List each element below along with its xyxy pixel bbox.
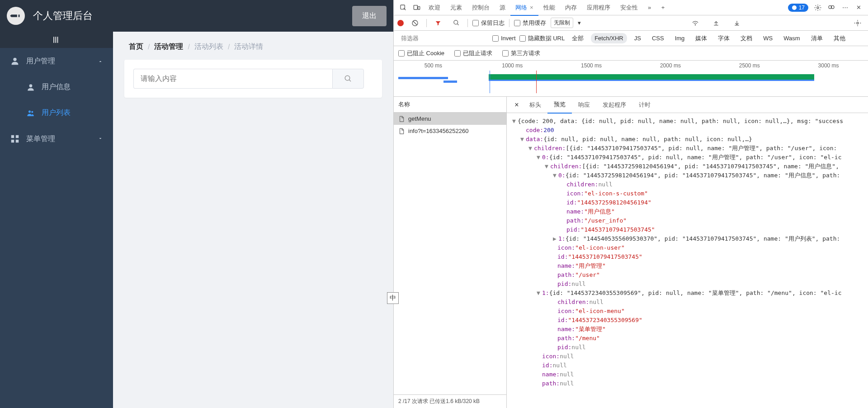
filter-manifest[interactable]: 清单 (807, 33, 826, 44)
issues-badge[interactable]: 17 (788, 4, 808, 12)
device-icon[interactable] (410, 1, 424, 14)
tab-security[interactable]: 安全性 (615, 0, 643, 15)
app-logo (3, 3, 29, 29)
request-item-info[interactable]: info?t=1633456252260 (394, 125, 506, 137)
invert-checkbox[interactable]: Invert (492, 35, 516, 42)
tab-application[interactable]: 应用程序 (582, 0, 615, 15)
tab-console[interactable]: 控制台 (467, 0, 495, 15)
network-timeline[interactable]: 500 ms 1000 ms 1500 ms 2000 ms 2500 ms 3… (394, 61, 868, 97)
grid-icon (10, 134, 20, 144)
disable-cache-checkbox[interactable]: 禁用缓存 (514, 19, 546, 27)
user-icon (10, 56, 20, 66)
svg-rect-5 (16, 135, 19, 138)
breadcrumb-activity-list[interactable]: 活动列表 (190, 42, 228, 52)
close-icon[interactable]: × (530, 4, 533, 11)
filter-toggle-icon[interactable] (431, 16, 445, 30)
filter-ws[interactable]: WS (760, 33, 776, 43)
more-icon[interactable]: ⋯ (838, 1, 852, 14)
search-input[interactable] (133, 69, 332, 89)
svg-point-1 (29, 84, 33, 87)
filter-fetch-xhr[interactable]: Fetch/XHR (591, 33, 627, 43)
record-button[interactable] (397, 20, 404, 26)
tab-memory[interactable]: 内存 (560, 0, 582, 15)
file-icon (398, 116, 405, 122)
sidebar-item-label: 用户列表 (42, 108, 71, 118)
user-solid-icon (26, 83, 35, 92)
admin-panel: 个人管理后台 退出 用户管理 用户信息 用户列表 (0, 0, 393, 408)
filter-wasm[interactable]: Wasm (780, 33, 803, 43)
svg-rect-7 (16, 140, 19, 142)
filter-img[interactable]: Img (671, 33, 689, 43)
third-party-checkbox[interactable]: 第三方请求 (502, 49, 540, 57)
tab-headers[interactable]: 标头 (523, 97, 547, 113)
more-tabs-icon[interactable]: » (643, 1, 656, 14)
close-devtools-icon[interactable]: ✕ (852, 1, 865, 14)
pen-icon (8, 8, 24, 24)
breadcrumb-activity-mgmt[interactable]: 活动管理 (150, 42, 188, 52)
sidebar-item-user-list[interactable]: 用户列表 (0, 100, 113, 126)
devtools-tabbar: 欢迎 元素 控制台 源 网络× 性能 内存 应用程序 安全性 » + 17 ⋯ … (394, 0, 868, 15)
wifi-icon[interactable] (689, 16, 702, 30)
sidebar-item-user-info[interactable]: 用户信息 (0, 74, 113, 100)
preserve-log-checkbox[interactable]: 保留日志 (472, 19, 505, 27)
block-cookie-checkbox[interactable]: 已阻止 Cookie (398, 49, 444, 57)
tab-response[interactable]: 响应 (572, 97, 596, 113)
sidebar-toggle[interactable] (0, 32, 113, 48)
detail-tabs: × 标头 预览 响应 发起程序 计时 (507, 97, 868, 113)
tab-elements[interactable]: 元素 (445, 0, 467, 15)
filter-input[interactable] (398, 33, 489, 43)
svg-point-3 (31, 111, 33, 113)
preview-json[interactable]: ▼{code: 200, data: {id: null, pid: null,… (507, 113, 868, 408)
upload-icon[interactable] (709, 16, 723, 30)
filter-doc[interactable]: 文档 (737, 33, 756, 44)
add-tab-icon[interactable]: + (656, 1, 670, 14)
tab-performance[interactable]: 性能 (538, 0, 560, 15)
feedback-icon[interactable] (825, 1, 838, 14)
svg-rect-10 (414, 5, 417, 9)
panel-settings-icon[interactable] (851, 16, 864, 30)
svg-point-18 (695, 24, 695, 25)
ime-indicator[interactable]: 中 (387, 292, 399, 304)
download-icon[interactable] (730, 16, 744, 30)
throttle-dropdown-icon[interactable]: ▾ (578, 19, 581, 26)
sidebar-item-menu-mgmt[interactable]: 菜单管理 (0, 126, 113, 152)
svg-rect-11 (418, 6, 420, 9)
search-icon[interactable] (449, 16, 463, 30)
search-button[interactable] (332, 69, 364, 89)
collapse-icon (52, 35, 61, 44)
request-item-getmenu[interactable]: getMenu (394, 113, 506, 125)
filter-js[interactable]: JS (631, 33, 645, 43)
tab-network[interactable]: 网络× (510, 0, 538, 15)
hide-data-url-checkbox[interactable]: 隐藏数据 URL (519, 34, 565, 43)
breadcrumb-home[interactable]: 首页 (124, 42, 148, 52)
users-icon (26, 109, 35, 118)
filter-media[interactable]: 媒体 (692, 33, 711, 44)
settings-icon[interactable] (811, 1, 825, 14)
filter-css[interactable]: CSS (648, 33, 668, 43)
sidebar-item-label: 用户信息 (42, 82, 71, 92)
request-list-header[interactable]: 名称 (394, 97, 506, 113)
sidebar-item-user-mgmt[interactable]: 用户管理 (0, 48, 113, 74)
tab-sources[interactable]: 源 (495, 0, 510, 15)
file-icon (398, 128, 405, 134)
throttle-select[interactable]: 无限制 (551, 18, 573, 28)
filter-all[interactable]: 全部 (568, 33, 587, 44)
tab-timing[interactable]: 计时 (632, 97, 657, 113)
logout-button[interactable]: 退出 (352, 6, 387, 26)
svg-point-13 (817, 7, 819, 9)
request-status-bar: 2 /17 次请求 已传送1.6 kB/320 kB (394, 394, 506, 408)
network-filterbar: Invert 隐藏数据 URL 全部 Fetch/XHR JS CSS Img … (394, 31, 868, 46)
filter-other[interactable]: 其他 (830, 33, 849, 44)
tab-welcome[interactable]: 欢迎 (424, 0, 445, 15)
tab-preview[interactable]: 预览 (547, 96, 572, 114)
close-detail-icon[interactable]: × (510, 101, 523, 109)
clear-button[interactable] (408, 16, 422, 30)
inspect-icon[interactable] (396, 1, 410, 14)
svg-point-12 (792, 5, 797, 10)
search-icon (344, 75, 352, 83)
svg-rect-4 (11, 135, 14, 138)
block-request-checkbox[interactable]: 已阻止请求 (454, 49, 492, 57)
tab-initiator[interactable]: 发起程序 (596, 97, 632, 113)
admin-header: 个人管理后台 退出 (0, 0, 393, 32)
filter-font[interactable]: 字体 (714, 33, 733, 44)
